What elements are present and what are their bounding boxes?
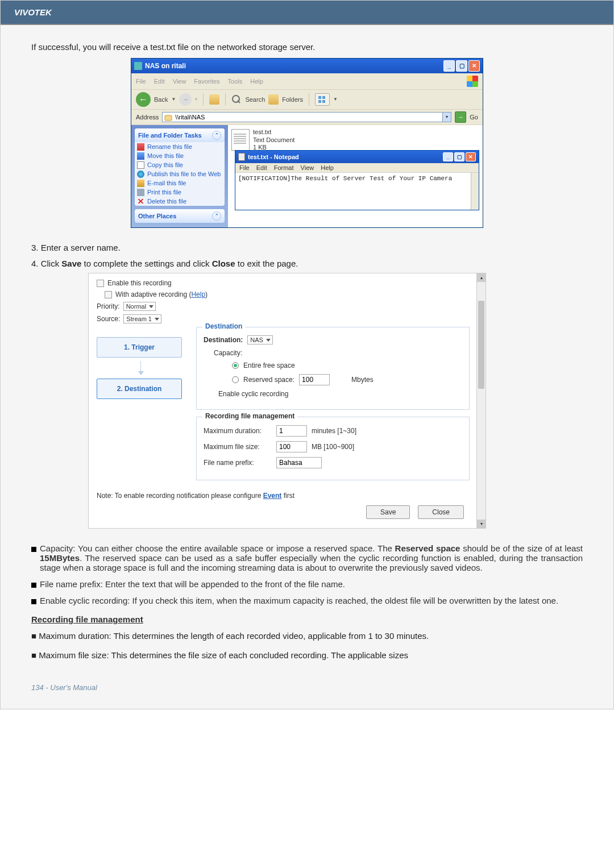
minimize-button[interactable]: _ — [443, 60, 455, 72]
search-label[interactable]: Search — [245, 96, 265, 103]
menu-tools[interactable]: Tools — [228, 78, 243, 85]
task-rename[interactable]: Rename this file — [135, 142, 225, 151]
menu-file[interactable]: File — [136, 78, 146, 85]
email-icon — [137, 180, 144, 187]
address-dropdown[interactable]: ▾ — [442, 112, 451, 122]
close-button[interactable]: Close — [418, 505, 464, 519]
scroll-down-icon[interactable]: ▾ — [477, 520, 486, 528]
task-email[interactable]: E-mail this file — [135, 178, 225, 188]
panel-scrollbar[interactable]: ▴ ▾ — [476, 273, 486, 528]
go-label[interactable]: Go — [470, 114, 478, 121]
maxfs-input[interactable] — [276, 441, 307, 452]
np-close-button[interactable]: ✕ — [466, 152, 476, 161]
tasks-panel-title: File and Folder Tasks — [138, 132, 202, 139]
scroll-up-icon[interactable]: ▴ — [477, 273, 486, 282]
forward-button[interactable]: → — [179, 93, 192, 106]
bullet-capacity: Capacity: You can either choose the enti… — [31, 543, 583, 572]
menu-view[interactable]: View — [173, 78, 186, 85]
reserved-space-radio[interactable] — [232, 376, 239, 383]
file-name: test.txt — [253, 128, 294, 136]
event-link[interactable]: Event — [263, 492, 282, 500]
reserved-space-label: Reserved space: — [243, 376, 294, 384]
address-label: Address — [136, 114, 159, 121]
window-titlebar[interactable]: NAS on ritali _ ▢ ✕ — [131, 59, 483, 73]
tasks-panel: File and Folder Tasks ⌃ Rename this file… — [135, 128, 225, 206]
publish-icon — [137, 171, 144, 178]
sidebar: File and Folder Tasks ⌃ Rename this file… — [131, 125, 228, 227]
np-menu-file[interactable]: File — [239, 164, 250, 171]
adaptive-label: With adaptive recording (Help) — [115, 290, 208, 298]
np-menu-edit[interactable]: Edit — [256, 164, 267, 171]
delete-icon — [137, 198, 144, 205]
np-menu-view[interactable]: View — [301, 164, 314, 171]
capacity-label: Capacity: — [214, 349, 242, 357]
para-maxfs: ■ Maximum file size: This determines the… — [31, 649, 583, 662]
save-button[interactable]: Save — [366, 505, 410, 519]
window-title: NAS on ritali — [145, 62, 443, 70]
help-link[interactable]: Help — [191, 290, 205, 298]
cyclic-label: Enable cyclic recording — [218, 390, 288, 398]
collapse-icon[interactable]: ⌃ — [212, 131, 221, 140]
scroll-thumb[interactable] — [478, 301, 484, 389]
note-text: Note: To enable recording notification p… — [97, 492, 470, 500]
entire-space-radio[interactable] — [232, 362, 239, 369]
maximize-button[interactable]: ▢ — [456, 60, 467, 72]
go-button-icon[interactable]: → — [455, 111, 466, 123]
address-input[interactable] — [162, 112, 443, 122]
np-maximize-button[interactable]: ▢ — [454, 152, 464, 161]
priority-select[interactable]: Normal — [123, 302, 156, 311]
enable-recording-label: Enable this recording — [107, 279, 172, 287]
recording-panel: Enable this recording With adaptive reco… — [88, 273, 486, 529]
source-select[interactable]: Stream 1 — [123, 314, 161, 323]
back-label[interactable]: Back — [154, 96, 168, 103]
close-button[interactable]: ✕ — [468, 60, 480, 72]
wizard-nav: 1. Trigger 2. Destination — [97, 327, 185, 487]
step-4: 4. Click Save to complete the settings a… — [31, 258, 583, 270]
destination-legend: Destination — [202, 322, 245, 330]
adaptive-checkbox[interactable] — [105, 291, 112, 298]
task-delete[interactable]: Delete this file — [135, 197, 225, 206]
notepad-titlebar[interactable]: test.txt - Notepad _ ▢ ✕ — [235, 151, 479, 163]
prefix-input[interactable] — [276, 457, 322, 468]
menu-help[interactable]: Help — [250, 78, 263, 85]
other-places-title: Other Places — [138, 213, 176, 219]
np-menu-format[interactable]: Format — [274, 164, 294, 171]
up-folder-icon[interactable] — [209, 94, 219, 105]
bullet-icon — [31, 547, 36, 552]
wiz-trigger[interactable]: 1. Trigger — [97, 337, 182, 358]
search-icon[interactable] — [231, 94, 242, 105]
priority-label: Priority: — [97, 302, 120, 310]
views-icon — [318, 95, 327, 103]
task-move[interactable]: Move this file — [135, 151, 225, 160]
task-print[interactable]: Print this file — [135, 188, 225, 197]
maxdur-input[interactable] — [276, 425, 307, 437]
text-file-icon — [231, 129, 250, 151]
page-footer: 134 - User's Manual — [1, 674, 613, 692]
np-menu-help[interactable]: Help — [321, 164, 334, 171]
enable-recording-checkbox[interactable] — [97, 280, 104, 287]
print-icon — [137, 189, 144, 196]
explorer-window: NAS on ritali _ ▢ ✕ File Edit View Favor… — [131, 58, 483, 228]
bullet-icon — [31, 599, 36, 604]
collapse-icon[interactable]: ⌃ — [212, 211, 221, 221]
reserved-space-input[interactable] — [299, 374, 330, 385]
wiz-destination[interactable]: 2. Destination — [97, 379, 182, 399]
menu-edit[interactable]: Edit — [154, 78, 165, 85]
back-button[interactable]: ← — [136, 92, 151, 107]
bullet-cyclic: Enable cyclic recording: If you check th… — [31, 596, 583, 605]
windows-logo-icon — [467, 76, 478, 87]
menu-favorites[interactable]: Favorites — [194, 78, 219, 85]
task-publish[interactable]: Publish this file to the Web — [135, 169, 225, 178]
file-meta: test.txt Text Document 1 KB — [253, 128, 294, 152]
np-minimize-button[interactable]: _ — [443, 152, 453, 161]
notepad-text[interactable]: [NOTIFICATION]The Result of Server Test … — [235, 172, 479, 210]
file-management-fieldset: Recording file management Maximum durati… — [196, 417, 470, 480]
np-vscroll[interactable] — [471, 173, 479, 210]
task-copy[interactable]: Copy this file — [135, 160, 225, 169]
folders-icon[interactable] — [268, 94, 279, 105]
destination-select[interactable]: NAS — [247, 335, 273, 344]
views-button[interactable] — [315, 93, 330, 106]
folders-label[interactable]: Folders — [282, 96, 303, 103]
file-view[interactable]: test.txt Text Document 1 KB test.txt - N… — [228, 125, 483, 227]
entire-space-label: Entire free space — [243, 362, 295, 369]
